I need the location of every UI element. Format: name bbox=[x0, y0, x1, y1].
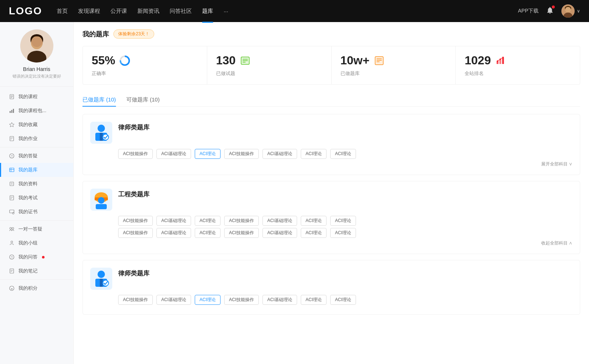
sidebar-item-favorites[interactable]: 我的收藏 bbox=[0, 118, 73, 132]
svg-point-67 bbox=[98, 271, 105, 278]
sidebar-item-courses[interactable]: 我的课程 bbox=[0, 90, 73, 104]
tag-1-10[interactable]: ACI技能操作 bbox=[224, 228, 259, 238]
sidebar-item-one-on-one[interactable]: 一对一答疑 bbox=[0, 222, 73, 236]
svg-rect-12 bbox=[11, 110, 13, 113]
sidebar-label-qa: 我的答疑 bbox=[18, 153, 38, 159]
logo[interactable]: LOGO bbox=[9, 5, 42, 17]
sidebar-item-qa[interactable]: ? 我的答疑 bbox=[0, 149, 73, 163]
nav-news[interactable]: 新闻资讯 bbox=[137, 6, 159, 16]
sidebar-label-group: 我的小组 bbox=[18, 240, 38, 246]
sidebar-label-my-qa: 我的问答 bbox=[18, 254, 38, 260]
tag-2-3[interactable]: ACI技能操作 bbox=[224, 295, 259, 305]
tag-0-5[interactable]: ACI理论 bbox=[301, 149, 327, 159]
sidebar-label-homework: 我的作业 bbox=[18, 135, 38, 142]
tag-2-5[interactable]: ACI理论 bbox=[301, 295, 327, 305]
expand-link-0[interactable]: 展开全部科目 ∨ bbox=[90, 161, 572, 167]
tag-1-6[interactable]: ACI理论 bbox=[330, 216, 356, 226]
svg-rect-35 bbox=[10, 269, 14, 273]
tag-1-9[interactable]: ACI理论 bbox=[195, 228, 221, 238]
tag-0-1[interactable]: ACI基础理论 bbox=[156, 149, 191, 159]
quiz-bank-title-0: 律师类题库 bbox=[118, 122, 149, 132]
sidebar-item-exams[interactable]: 我的考试 bbox=[0, 191, 73, 205]
nav-quiz[interactable]: 题库 bbox=[202, 6, 213, 16]
sidebar-item-notes[interactable]: 我的笔记 bbox=[0, 264, 73, 278]
tag-1-5[interactable]: ACI理论 bbox=[301, 216, 327, 226]
sidebar-item-homework[interactable]: 我的作业 bbox=[0, 132, 73, 146]
dropdown-chevron[interactable]: ∨ bbox=[577, 8, 580, 14]
nav-home[interactable]: 首页 bbox=[57, 6, 68, 16]
tag-2-4[interactable]: ACI基础理论 bbox=[262, 295, 297, 305]
tag-1-7[interactable]: ACI技能操作 bbox=[118, 228, 153, 238]
stat-label-done-banks: 已做题库 bbox=[341, 70, 447, 77]
sidebar-item-my-qa[interactable]: ? 我的问答 bbox=[0, 250, 73, 264]
engineer-icon-1 bbox=[90, 189, 112, 211]
nav-menu: 首页 发现课程 公开课 新闻资讯 问答社区 题库 ··· bbox=[57, 6, 518, 16]
divider-2 bbox=[0, 220, 73, 221]
tag-0-4[interactable]: ACI基础理论 bbox=[262, 149, 297, 159]
tag-1-2[interactable]: ACI理论 bbox=[195, 216, 221, 226]
sidebar-label-course-packages: 我的课程包... bbox=[18, 107, 46, 114]
svg-point-56 bbox=[497, 60, 498, 62]
stat-value-accuracy: 55% bbox=[92, 54, 115, 67]
tab-available-banks[interactable]: 可做题库 (10) bbox=[126, 93, 160, 106]
stat-top-ranking: 1029 bbox=[465, 54, 571, 67]
tag-2-6[interactable]: ACI理论 bbox=[330, 295, 356, 305]
quiz-bank-title-2: 律师类题库 bbox=[118, 268, 149, 278]
exam-icon bbox=[9, 195, 15, 201]
main-layout: Brian Harris 错误的决定比没有决定要好 我的课程 我的课程包... bbox=[0, 22, 589, 364]
nav-more[interactable]: ··· bbox=[223, 7, 228, 16]
tag-0-0[interactable]: ACI技能操作 bbox=[118, 149, 153, 159]
tag-2-1[interactable]: ACI基础理论 bbox=[156, 295, 191, 305]
svg-point-31 bbox=[12, 228, 14, 229]
sidebar-item-group[interactable]: 我的小组 bbox=[0, 236, 73, 250]
tag-1-1[interactable]: ACI基础理论 bbox=[156, 216, 191, 226]
nav-courses[interactable]: 发现课程 bbox=[78, 6, 100, 16]
sidebar: Brian Harris 错误的决定比没有决定要好 我的课程 我的课程包... bbox=[0, 22, 74, 364]
stat-top-done-banks: 10w+ bbox=[341, 54, 447, 67]
nav-qa[interactable]: 问答社区 bbox=[170, 6, 192, 16]
app-download-button[interactable]: APP下载 bbox=[518, 8, 539, 14]
tag-1-8[interactable]: ACI基础理论 bbox=[156, 228, 191, 238]
tag-1-12[interactable]: ACI理论 bbox=[301, 228, 327, 238]
stat-value-ranking: 1029 bbox=[465, 54, 491, 67]
tag-0-6[interactable]: ACI理论 bbox=[330, 149, 356, 159]
quiz-bank-header-0: 律师类题库 bbox=[90, 122, 572, 144]
tag-1-11[interactable]: ACI基础理论 bbox=[262, 228, 297, 238]
sidebar-item-certs[interactable]: 我的证书 bbox=[0, 205, 73, 219]
tag-1-13[interactable]: ACI理论 bbox=[330, 228, 356, 238]
tag-2-2[interactable]: ACI理论 bbox=[195, 295, 221, 305]
pie-chart-icon bbox=[119, 55, 131, 67]
collapse-link-1[interactable]: 收起全部科目 ∧ bbox=[90, 240, 572, 246]
lawyer-icon-0 bbox=[90, 122, 112, 144]
user-avatar-wrap[interactable]: ∨ bbox=[561, 4, 580, 18]
tag-1-3[interactable]: ACI技能操作 bbox=[224, 216, 259, 226]
svg-point-65 bbox=[98, 197, 105, 204]
sidebar-item-points[interactable]: ★ 我的积分 bbox=[0, 281, 73, 295]
sidebar-item-course-packages[interactable]: 我的课程包... bbox=[0, 104, 73, 118]
tag-1-0[interactable]: ACI技能操作 bbox=[118, 216, 153, 226]
tags-row-0: ACI技能操作 ACI基础理论 ACI理论 ACI技能操作 ACI基础理论 AC… bbox=[118, 149, 572, 159]
page-title: 我的题库 bbox=[82, 30, 109, 39]
sidebar-item-quiz[interactable]: 我的题库 bbox=[0, 163, 73, 177]
svg-point-30 bbox=[10, 228, 12, 229]
stat-card-ranking: 1029 全站排名 bbox=[456, 46, 580, 84]
stats-row: 55% 正确率 130 bbox=[82, 46, 580, 85]
notification-bell[interactable] bbox=[546, 6, 554, 16]
svg-point-29 bbox=[13, 213, 14, 214]
tag-2-0[interactable]: ACI技能操作 bbox=[118, 295, 153, 305]
tags-row-1-row1: ACI技能操作 ACI基础理论 ACI理论 ACI技能操作 ACI基础理论 AC… bbox=[118, 216, 572, 226]
quiz-bank-card-1: 工程类题库 ACI技能操作 ACI基础理论 ACI理论 ACI技能操作 ACI基… bbox=[82, 181, 580, 254]
tag-0-3[interactable]: ACI技能操作 bbox=[224, 149, 259, 159]
stat-top-done-questions: 130 bbox=[216, 54, 322, 67]
points-icon: ★ bbox=[9, 285, 15, 291]
tag-0-2[interactable]: ACI理论 bbox=[195, 149, 221, 159]
nav-open-courses[interactable]: 公开课 bbox=[110, 6, 127, 16]
svg-rect-13 bbox=[13, 109, 14, 113]
qa-badge bbox=[42, 256, 45, 258]
sidebar-item-materials[interactable]: 我的资料 bbox=[0, 177, 73, 191]
tab-done-banks[interactable]: 已做题库 (10) bbox=[82, 93, 116, 106]
stat-value-done-banks: 10w+ bbox=[341, 54, 370, 67]
tag-1-4[interactable]: ACI基础理论 bbox=[262, 216, 297, 226]
svg-rect-20 bbox=[10, 168, 14, 172]
profile-section: Brian Harris 错误的决定比没有决定要好 bbox=[0, 29, 73, 87]
